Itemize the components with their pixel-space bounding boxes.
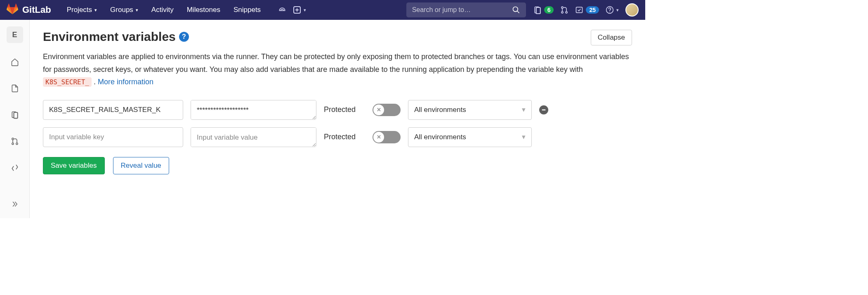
user-avatar[interactable] <box>625 3 639 17</box>
protected-toggle[interactable]: ✕ <box>373 104 401 116</box>
project-sidebar: E <box>0 20 30 218</box>
sidebar-home-icon[interactable] <box>7 55 22 69</box>
nav-activity[interactable]: Activity <box>146 2 179 17</box>
sidebar-repository-icon[interactable] <box>7 81 22 96</box>
sidebar-expand-icon[interactable] <box>7 197 22 212</box>
issues-link[interactable]: 6 <box>530 3 557 17</box>
svg-point-18 <box>12 143 13 145</box>
code-prefix: K8S_SECRET_ <box>43 77 92 87</box>
variable-value-input[interactable]: ******************* <box>191 100 316 120</box>
svg-point-10 <box>566 12 567 13</box>
issues-count-badge: 6 <box>544 6 554 14</box>
top-navigation: GitLab Projects ▾ Groups ▾ Activity Mile… <box>0 0 645 20</box>
section-title: Environment variables ? <box>43 30 189 44</box>
svg-rect-11 <box>576 7 583 12</box>
variable-key-input[interactable] <box>43 127 183 147</box>
svg-point-19 <box>16 143 17 145</box>
variable-value-input[interactable] <box>191 127 316 147</box>
operations-dashboard-icon[interactable] <box>275 3 290 17</box>
chevron-down-icon: ▾ <box>94 7 97 13</box>
svg-rect-6 <box>536 7 540 14</box>
collapse-button[interactable]: Collapse <box>591 30 632 45</box>
help-icon[interactable]: ? <box>179 32 189 42</box>
brand-section[interactable]: GitLab <box>7 3 51 17</box>
chevron-down-icon: ▾ <box>616 7 619 13</box>
protected-label: Protected <box>324 105 365 114</box>
search-icon <box>512 6 520 14</box>
brand-name: GitLab <box>22 5 51 15</box>
nav-projects[interactable]: Projects ▾ <box>61 2 103 17</box>
svg-point-3 <box>513 7 518 12</box>
svg-point-17 <box>12 138 13 140</box>
project-avatar[interactable]: E <box>7 26 23 43</box>
nav-items: Projects ▾ Groups ▾ Activity Milestones … <box>61 2 267 17</box>
save-variables-button[interactable]: Save variables <box>43 157 105 174</box>
new-dropdown[interactable]: ▾ <box>290 3 309 17</box>
svg-line-4 <box>517 11 519 13</box>
reveal-value-button[interactable]: Reveal value <box>113 157 169 174</box>
svg-point-13 <box>609 12 610 12</box>
todos-count-badge: 25 <box>586 6 599 14</box>
svg-rect-20 <box>542 109 545 110</box>
section-description: Environment variables are applied to env… <box>43 50 632 88</box>
help-dropdown[interactable]: ▾ <box>602 3 622 17</box>
sidebar-cicd-icon[interactable] <box>7 160 22 175</box>
svg-rect-15 <box>14 112 17 118</box>
chevron-down-icon: ▾ <box>522 133 526 141</box>
nav-snippets[interactable]: Snippets <box>228 2 267 17</box>
sidebar-issues-icon[interactable] <box>7 107 22 122</box>
chevron-down-icon: ▾ <box>304 7 306 13</box>
chevron-down-icon: ▾ <box>136 7 138 13</box>
svg-point-8 <box>561 7 563 8</box>
merge-requests-link[interactable] <box>557 3 572 17</box>
search-box[interactable] <box>406 2 526 17</box>
toggle-knob: ✕ <box>373 105 384 115</box>
search-input[interactable] <box>412 6 512 14</box>
action-buttons: Save variables Reveal value <box>43 157 632 174</box>
more-information-link[interactable]: More information <box>98 78 153 86</box>
variable-row: Protected ✕ All environments ▾ <box>43 127 632 147</box>
protected-toggle[interactable]: ✕ <box>373 131 401 143</box>
variable-row: ******************* Protected ✕ All envi… <box>43 100 632 120</box>
remove-variable-button[interactable] <box>539 105 548 114</box>
todos-link[interactable]: 25 <box>572 3 602 17</box>
chevron-down-icon: ▾ <box>522 105 526 114</box>
toggle-knob: ✕ <box>373 132 384 143</box>
environment-select[interactable]: All environments ▾ <box>408 127 532 147</box>
sidebar-merge-requests-icon[interactable] <box>7 134 22 149</box>
variable-key-input[interactable] <box>43 100 183 120</box>
main-content: Environment variables ? Collapse Environ… <box>30 20 645 218</box>
gitlab-logo-icon <box>7 3 18 17</box>
nav-groups[interactable]: Groups ▾ <box>104 2 144 17</box>
environment-select[interactable]: All environments ▾ <box>408 100 532 120</box>
svg-point-9 <box>561 12 563 13</box>
nav-milestones[interactable]: Milestones <box>181 2 226 17</box>
protected-label: Protected <box>324 133 365 141</box>
